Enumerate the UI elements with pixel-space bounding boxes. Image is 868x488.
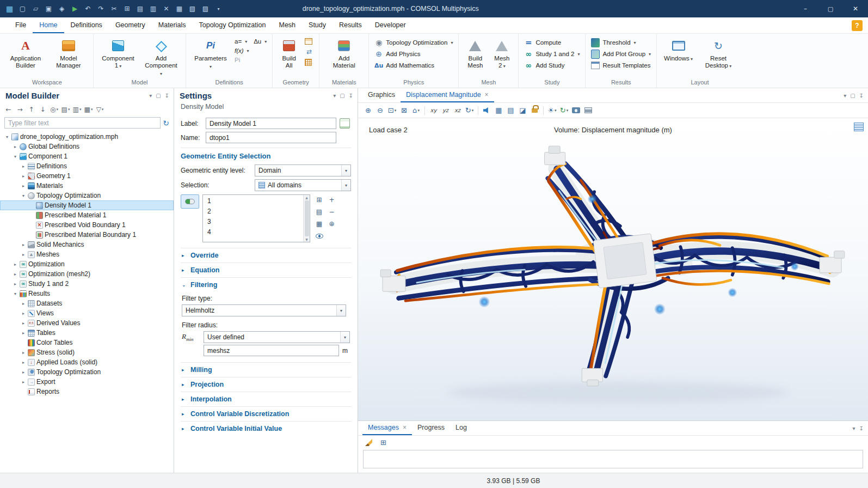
entity-level-select[interactable]: Domain <box>255 164 351 176</box>
section-filtering[interactable]: Filtering <box>181 277 351 292</box>
parameter-case-button[interactable]: Pi <box>233 56 268 64</box>
tab-messages[interactable]: Messages <box>362 421 412 435</box>
menu-tab-geometry[interactable]: Geometry <box>109 17 152 33</box>
expand-icon[interactable]: ▸ <box>21 164 26 169</box>
copy-selection-button[interactable]: ⊞ <box>313 194 325 205</box>
tree-item[interactable]: Prescribed Void Boundary 1 <box>0 220 174 230</box>
tree-item[interactable]: ▸Geometry 1 <box>0 171 174 181</box>
tree-item[interactable]: ▸Solid Mechanics <box>0 240 174 249</box>
section-milling[interactable]: Milling <box>181 362 351 377</box>
domain-list-item[interactable]: 1 <box>203 196 303 206</box>
expand-icon[interactable]: ▸ <box>21 301 26 306</box>
menu-tab-study[interactable]: Study <box>302 17 333 33</box>
pin-panel-icon[interactable] <box>165 93 169 99</box>
tree-item[interactable]: ▸Study 1 and 2 <box>0 279 174 289</box>
add-study-button[interactable]: Add Study <box>522 60 581 70</box>
windows-button[interactable]: Windows <box>661 36 696 78</box>
application-builder-button[interactable]: Application Builder <box>5 36 46 78</box>
columns-icon[interactable]: ▦▾ <box>83 105 94 115</box>
tab-graphics[interactable]: Graphics <box>362 88 401 102</box>
add-plot-group-button[interactable]: Add Plot Group <box>589 49 652 59</box>
print-icon[interactable] <box>582 105 594 116</box>
collapse-icon[interactable]: ▾ <box>4 135 10 139</box>
expand-icon[interactable]: ▸ <box>21 311 26 316</box>
build-mesh-button[interactable]: Build Mesh <box>463 36 488 78</box>
zoom-in-icon[interactable]: ⊕ <box>362 105 374 116</box>
expand-icon[interactable]: ▸ <box>21 184 26 188</box>
tab-displacement-magnitude[interactable]: Displacement Magnitude <box>401 88 494 102</box>
study-1-and-2-button[interactable]: Study 1 and 2 <box>522 49 581 59</box>
menu-tab-results[interactable]: Results <box>333 17 368 33</box>
rmin-input[interactable] <box>204 345 339 356</box>
section-override[interactable]: Override <box>181 248 351 263</box>
functions-button[interactable]: f(x) <box>233 47 268 54</box>
domain-list-item[interactable]: 4 <box>203 227 303 237</box>
expand-icon[interactable]: ▸ <box>13 262 18 267</box>
tree-item[interactable]: ▸Definitions <box>0 161 174 171</box>
scroll-up-icon[interactable]: ▲ <box>305 196 308 199</box>
zoom-box-icon[interactable]: ⊡▾ <box>386 105 398 116</box>
tree-item[interactable]: ▾Topology Optimization <box>0 191 174 200</box>
scrollbar-thumb[interactable] <box>305 200 309 236</box>
domain-list-item[interactable]: 3 <box>203 216 303 227</box>
new-file-icon[interactable]: ▢ <box>16 2 29 15</box>
expand-icon[interactable]: ▸ <box>13 272 18 277</box>
tree-item[interactable]: Color Tables <box>0 338 174 347</box>
chart-icon[interactable]: ▧ <box>186 2 199 15</box>
collapse-all-icon[interactable]: ▤▾ <box>60 105 71 115</box>
tree-item[interactable]: ▸Applied Loads (solid) <box>0 357 174 367</box>
menu-tab-definitions[interactable]: Definitions <box>64 17 109 33</box>
close-tab-icon[interactable] <box>403 424 407 431</box>
tree-item[interactable]: ▸Tables <box>0 328 174 338</box>
expand-icon[interactable]: ▸ <box>21 360 26 365</box>
graphics-canvas[interactable]: Load case 2 Volume: Displacement magnitu… <box>358 118 868 420</box>
cut-icon[interactable]: ✂ <box>108 2 120 15</box>
threshold-button[interactable]: Threshold <box>589 38 652 47</box>
run-icon[interactable]: ▶ <box>69 2 81 15</box>
refresh-icon[interactable] <box>163 119 169 127</box>
section-control-variable-discretization[interactable]: Control Variable Discretization <box>181 406 351 421</box>
surface-table-icon[interactable]: ▦ <box>493 105 504 116</box>
tree-item[interactable]: ▸Optimization (mesh2) <box>0 269 174 279</box>
messages-content[interactable] <box>363 450 863 468</box>
menu-tab-topology-optimization[interactable]: Topology Optimization <box>192 17 272 33</box>
color-theme-icon[interactable]: ↻▾ <box>558 105 570 116</box>
tree-item[interactable]: Prescribed Material 1 <box>0 210 174 220</box>
add-mathematics-button[interactable]: Δu Add Mathematics <box>373 60 454 70</box>
panel-menu-icon[interactable] <box>853 425 855 431</box>
zx-view-icon[interactable]: xz <box>452 105 463 116</box>
tree-item[interactable]: ▸Datasets <box>0 298 174 308</box>
clip-icon[interactable]: ◪ <box>517 105 528 116</box>
collapse-icon[interactable]: ▾ <box>21 193 26 198</box>
tree-item[interactable]: ▸Global Definitions <box>0 142 174 151</box>
compute-button[interactable]: Compute <box>522 38 581 47</box>
yz-view-icon[interactable]: yz <box>440 105 451 116</box>
domain-list-item[interactable]: 2 <box>203 206 303 216</box>
add-to-selection-button[interactable]: + <box>326 194 337 205</box>
save-icon[interactable]: ▣ <box>42 2 55 15</box>
close-tab-icon[interactable] <box>485 91 489 99</box>
rotate-icon[interactable]: ↻▾ <box>464 105 475 116</box>
copy-icon[interactable]: ⊞ <box>121 2 133 15</box>
nonlocal-couplings-button[interactable]: Δu <box>252 38 268 45</box>
expand-icon[interactable]: ▸ <box>21 331 26 335</box>
zoom-extents-icon[interactable]: ⊠ <box>398 105 410 116</box>
redo-icon[interactable]: ↷ <box>95 2 107 15</box>
scene-light-icon[interactable]: ☀▾ <box>546 105 558 116</box>
expand-icon[interactable]: ▸ <box>21 252 26 257</box>
rmin-mode-select[interactable]: User defined <box>204 331 350 343</box>
move-up-icon[interactable]: ↑ <box>26 105 36 115</box>
mesh-2-button[interactable]: Mesh 2 <box>489 36 514 78</box>
label-options-button[interactable] <box>340 118 350 129</box>
create-selection-button[interactable]: ▦ <box>313 218 325 229</box>
zoom-to-selection-button[interactable]: ⊕ <box>326 218 337 229</box>
section-equation[interactable]: Equation <box>181 263 351 277</box>
lock-icon[interactable] <box>529 105 540 116</box>
delete-icon[interactable]: ✕ <box>160 2 173 15</box>
float-panel-icon[interactable] <box>850 93 855 99</box>
tree-item[interactable]: ▸Export <box>0 377 174 387</box>
paste-special-icon[interactable]: ▥ <box>147 2 159 15</box>
open-icon[interactable]: ▱ <box>29 2 42 15</box>
tree-item[interactable]: Prescribed Material Boundary 1 <box>0 230 174 240</box>
section-projection[interactable]: Projection <box>181 377 351 392</box>
